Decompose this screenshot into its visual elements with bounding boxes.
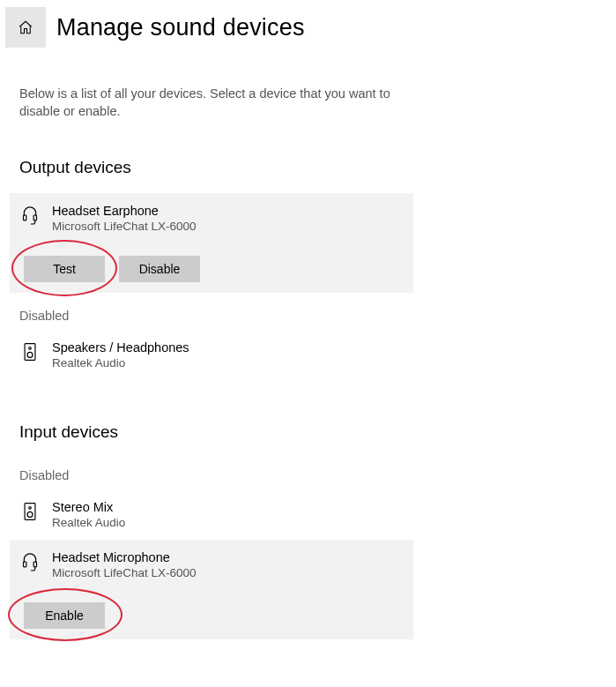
svg-point-3 (29, 347, 32, 349)
speaker-icon (20, 500, 40, 521)
page-title: Manage sound devices (56, 14, 305, 41)
device-name: Stereo Mix (52, 500, 125, 514)
device-subtitle: Microsoft LifeChat LX-6000 (52, 220, 197, 233)
output-devices-heading: Output devices (0, 158, 616, 177)
test-button[interactable]: Test (24, 256, 105, 282)
home-button[interactable] (5, 7, 46, 48)
svg-rect-1 (33, 215, 36, 220)
device-subtitle: Microsoft LifeChat LX-6000 (52, 566, 197, 579)
svg-point-4 (27, 352, 33, 357)
svg-point-7 (27, 512, 33, 517)
enable-button[interactable]: Enable (24, 602, 105, 629)
device-name: Speakers / Headphones (52, 340, 189, 355)
home-icon (18, 19, 33, 35)
input-devices-heading: Input devices (0, 422, 616, 442)
device-subtitle: Realtek Audio (52, 516, 125, 529)
input-disabled-label: Disabled (0, 468, 616, 482)
speaker-icon (20, 340, 40, 362)
device-headset-microphone[interactable]: Headset Microphone Microsoft LifeChat LX… (10, 540, 413, 639)
svg-rect-0 (24, 215, 26, 220)
device-subtitle: Realtek Audio (52, 356, 189, 370)
device-speakers[interactable]: Speakers / Headphones Realtek Audio (10, 330, 413, 380)
svg-rect-9 (33, 562, 36, 567)
page-description: Below is a list of all your devices. Sel… (0, 85, 414, 121)
device-stereo-mix[interactable]: Stereo Mix Realtek Audio (10, 489, 413, 540)
device-name: Headset Microphone (52, 550, 197, 564)
svg-point-6 (29, 506, 32, 509)
headset-icon (20, 550, 40, 571)
svg-rect-8 (24, 562, 26, 567)
headset-icon (20, 204, 40, 225)
device-headset-earphone[interactable]: Headset Earphone Microsoft LifeChat LX-6… (10, 193, 413, 293)
page-header: Manage sound devices (0, 7, 616, 48)
output-disabled-label: Disabled (0, 309, 616, 323)
device-name: Headset Earphone (52, 204, 197, 218)
disable-button[interactable]: Disable (119, 256, 200, 282)
